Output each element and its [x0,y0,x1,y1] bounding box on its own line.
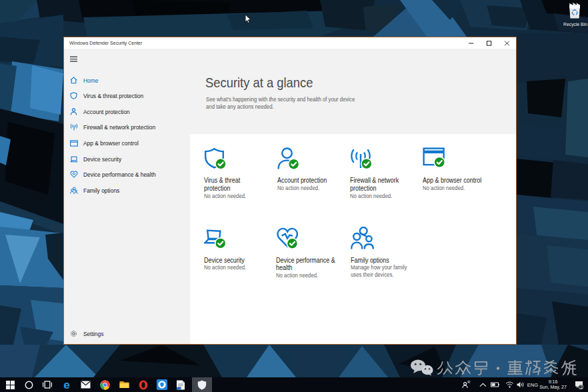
svg-text:e: e [63,379,69,390]
svg-text:1: 1 [580,384,583,389]
svg-text:R: R [467,381,470,384]
